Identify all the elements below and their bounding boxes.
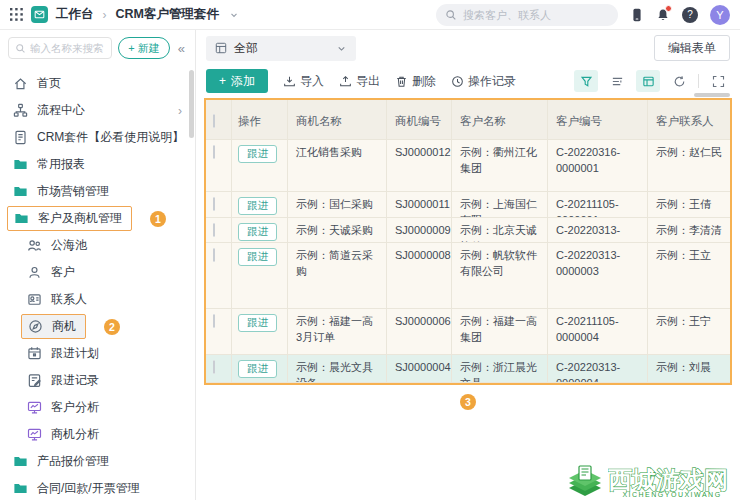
sidebar-search-input[interactable] [30, 42, 105, 54]
follow-up-button[interactable]: 跟进 [238, 248, 277, 266]
row-checkbox[interactable] [213, 197, 215, 211]
sidebar-item-contacts[interactable]: 联系人 [0, 286, 195, 313]
follow-up-button[interactable]: 跟进 [238, 145, 277, 163]
customer-contact: 示例：赵仁民 [648, 140, 730, 192]
sidebar-item-marketing[interactable]: 市场营销管理 [0, 178, 195, 205]
sidebar-item-common-reports[interactable]: 常用报表 [0, 151, 195, 178]
row-checkbox[interactable] [213, 314, 215, 328]
sidebar-search[interactable] [8, 37, 112, 59]
divider [698, 74, 699, 88]
table-row-highlighted[interactable]: 跟进 示例：晨光文具设备... SJ0000004 示例：浙江晨光文具... C… [206, 355, 730, 383]
folder-icon [14, 211, 29, 226]
sidebar-item-customer-analysis[interactable]: 客户分析 [0, 394, 195, 421]
refresh-button[interactable] [667, 70, 691, 92]
table-config-button[interactable] [636, 70, 660, 92]
sidebar-item-customers[interactable]: 客户 [0, 259, 195, 286]
customer-name: 示例：北京天诚软件... [452, 218, 548, 243]
sidebar-item-opportunities[interactable]: 商机 2 [0, 313, 195, 340]
title-dropdown-icon[interactable] [229, 10, 239, 20]
app-grid-icon[interactable] [10, 8, 23, 21]
follow-up-button[interactable]: 跟进 [238, 197, 277, 215]
export-button[interactable]: 导出 [339, 73, 380, 90]
select-all-checkbox[interactable] [213, 114, 215, 128]
customer-contact: 示例：刘晨 [648, 355, 730, 383]
table-row[interactable]: 跟进 示例：国仁采购 SJ0000011 示例：上海国仁有限... C-2021… [206, 192, 730, 218]
sort-settings-button[interactable] [605, 70, 629, 92]
row-checkbox[interactable] [213, 248, 215, 262]
search-icon [445, 9, 457, 21]
edit-form-button[interactable]: 编辑表单 [654, 35, 730, 61]
table-row[interactable]: 跟进 示例：福建一高3月订单 SJ0000006 示例：福建一高集团 C-202… [206, 309, 730, 355]
avatar[interactable]: Y [710, 5, 730, 25]
sidebar-item-public-pool[interactable]: 公海池 [0, 232, 195, 259]
add-button[interactable]: + 添加 [206, 69, 268, 93]
row-checkbox[interactable] [213, 145, 215, 159]
global-search[interactable] [436, 4, 618, 26]
sidebar-item-process-center[interactable]: 流程中心 › [0, 97, 195, 124]
watermark-title: 西城游戏网 [608, 466, 728, 493]
opportunity-name: 示例：晨光文具设备... [288, 355, 387, 383]
page-title: CRM客户管理套件 [116, 6, 219, 23]
watermark-subtitle: XICHENGYOUXIWANG [608, 491, 736, 498]
monitor-chart-icon [27, 427, 42, 442]
filter-button[interactable] [574, 70, 598, 92]
row-checkbox[interactable] [213, 360, 215, 374]
chevron-right-icon: › [178, 104, 182, 118]
scrollbar-horizontal[interactable] [694, 93, 730, 97]
collapse-sidebar-icon[interactable]: « [176, 41, 187, 56]
calendar-icon [27, 346, 42, 361]
opportunity-name: 示例：福建一高3月订单 [288, 309, 387, 355]
contact-card-icon [27, 292, 42, 307]
column-header[interactable]: 操作 [232, 100, 288, 140]
sidebar-item-followup-plan[interactable]: 跟进计划 [0, 340, 195, 367]
sidebar-scrollbar[interactable] [189, 70, 194, 138]
table-row[interactable]: 跟进 示例：简道云采购 SJ0000008 示例：帆软软件有限公司 C-2022… [206, 243, 730, 309]
sidebar-item-home[interactable]: 首页 [0, 70, 195, 97]
column-header[interactable]: 商机名称 [288, 100, 387, 140]
watermark-logo [565, 462, 605, 498]
follow-up-button[interactable]: 跟进 [238, 223, 277, 241]
table-header-row: 操作 商机名称 商机编号 客户名称 客户编号 客户联系人 [206, 100, 730, 140]
fullscreen-button[interactable] [706, 70, 730, 92]
operation-log-button[interactable]: 操作记录 [451, 73, 516, 90]
opportunity-name: 示例：简道云采购 [288, 243, 387, 309]
table-row[interactable]: 跟进 示例：天诚采购 SJ0000009 示例：北京天诚软件... C-2022… [206, 218, 730, 243]
mobile-app-icon[interactable] [630, 8, 644, 22]
sidebar-item-crm-guide[interactable]: CRM套件【必看使用说明】 [0, 124, 195, 151]
topbar: 工作台 › CRM客户管理套件 ? Y [0, 0, 740, 30]
notifications-bell-icon[interactable] [656, 8, 670, 22]
view-selector[interactable]: 全部 [206, 36, 356, 61]
row-checkbox[interactable] [213, 223, 215, 237]
flow-icon [13, 103, 28, 118]
workspace-label[interactable]: 工作台 [56, 6, 94, 23]
delete-button[interactable]: 删除 [395, 73, 436, 90]
monitor-chart-icon [27, 400, 42, 415]
notification-dot [665, 5, 672, 12]
form-layout-icon [642, 75, 655, 88]
expand-icon [712, 75, 725, 88]
customer-contact: 示例：王倩 [648, 192, 730, 218]
sidebar-item-customer-opportunity[interactable]: 客户及商机管理 1 [0, 205, 195, 232]
customer-contact: 示例：李清清 [648, 218, 730, 243]
new-button[interactable]: + 新建 [118, 37, 169, 59]
column-header[interactable]: 商机编号 [387, 100, 452, 140]
table-row[interactable]: 跟进 江化销售采购 SJ0000012 示例：衢州江化集团 C-20220316… [206, 140, 730, 192]
note-icon [27, 373, 42, 388]
help-icon[interactable]: ? [682, 7, 698, 23]
sidebar-item-opportunity-analysis[interactable]: 商机分析 [0, 421, 195, 448]
import-icon [283, 75, 296, 88]
column-header[interactable]: 客户名称 [452, 100, 548, 140]
sidebar-item-contract-management[interactable]: 合同/回款/开票管理 [0, 475, 195, 500]
global-search-input[interactable] [463, 9, 609, 21]
sidebar-item-followup-records[interactable]: 跟进记录 [0, 367, 195, 394]
customer-no: C-20211105-0000001 [548, 192, 648, 218]
sidebar-item-product-quotes[interactable]: 产品报价管理 [0, 448, 195, 475]
follow-up-button[interactable]: 跟进 [238, 314, 277, 332]
column-header[interactable]: 客户编号 [548, 100, 648, 140]
follow-up-button[interactable]: 跟进 [238, 360, 277, 378]
customer-no: C-20220313-0000002 [548, 218, 648, 243]
import-button[interactable]: 导入 [283, 73, 324, 90]
column-header[interactable]: 客户联系人 [648, 100, 730, 140]
customer-name: 示例：上海国仁有限... [452, 192, 548, 218]
opportunity-name: 示例：国仁采购 [288, 192, 387, 218]
